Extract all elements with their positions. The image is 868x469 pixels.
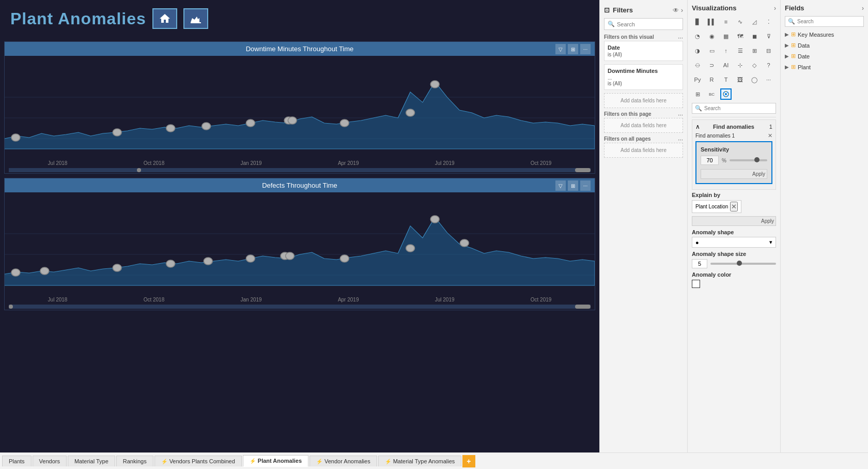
viz-search-input[interactable] — [704, 105, 773, 111]
svg-point-24 — [113, 264, 121, 271]
viz-panel-expand-btn[interactable]: › — [774, 5, 776, 12]
chart1-more-btn[interactable]: ··· — [580, 44, 591, 54]
viz-shapes[interactable]: ◯ — [749, 74, 760, 85]
filters-eye-btn[interactable]: 👁 — [673, 7, 679, 14]
viz-line-chart[interactable]: ∿ — [735, 16, 746, 27]
chart1-filter-btn[interactable]: ▽ — [555, 44, 566, 54]
sensitivity-label: Sensitivity — [701, 146, 767, 153]
on-visual-more-btn[interactable]: ··· — [678, 34, 683, 41]
viz-stacked-bar[interactable]: ▌▌ — [706, 16, 718, 27]
svg-point-6 — [113, 129, 121, 136]
explain-tag-close-btn[interactable]: ✕ — [730, 202, 738, 211]
anomaly-color-swatch[interactable] — [692, 280, 700, 288]
viz-table[interactable]: ⊞ — [749, 45, 760, 56]
viz-search-box[interactable]: 🔍 — [692, 103, 776, 114]
field-group-2: ▶ ⊞ Date — [785, 52, 864, 60]
viz-filled-map[interactable]: ◼ — [749, 31, 760, 42]
tab-vendors-plants-label: Vendors Plants Combined — [169, 458, 235, 464]
viz-100-bar[interactable]: ≡ — [720, 16, 732, 27]
tab-rankings[interactable]: Rankings — [116, 456, 153, 466]
viz-ai-visuals[interactable]: AI — [720, 59, 732, 71]
filters-search-input[interactable] — [617, 21, 679, 27]
viz-slicer[interactable]: ☰ — [735, 45, 746, 56]
field-item-3[interactable]: ▶ ⊞ Plant — [785, 63, 864, 71]
viz-treemap[interactable]: ▦ — [720, 31, 732, 42]
find-anomalies-close-btn[interactable]: ✕ — [768, 132, 772, 139]
viz-decomp-tree[interactable]: ⊹ — [735, 59, 746, 71]
downtime-filter-name: Downtime Minutes — [608, 68, 679, 74]
viz-funnel[interactable]: ⊽ — [763, 31, 774, 42]
viz-map[interactable]: 🗺 — [735, 31, 746, 42]
tab-material-type[interactable]: Material Type — [68, 456, 115, 466]
sensitivity-slider[interactable] — [730, 159, 767, 161]
find-anomalies-row: Find anomalies 1 ✕ — [695, 132, 772, 139]
viz-donut[interactable]: ◉ — [706, 31, 718, 42]
chart2-filter-btn[interactable]: ▽ — [555, 180, 566, 191]
chart2-more-btn[interactable]: ··· — [580, 180, 591, 191]
chart2-controls[interactable]: ▽ ⊞ ··· — [555, 180, 591, 191]
explain-apply-btn[interactable]: Apply — [692, 216, 776, 226]
date-filter-name: Date — [608, 44, 679, 51]
viz-more[interactable]: ··· — [763, 74, 774, 85]
downtime-filter-value: is (All) — [608, 81, 679, 86]
chart1-expand-btn[interactable]: ⊞ — [568, 44, 578, 54]
tab-vendors-plants[interactable]: ⚡ Vendors Plants Combined — [154, 456, 242, 466]
chart2-container: Defects Throughout Time ▽ ⊞ ··· — [4, 178, 595, 310]
viz-bar-chart[interactable]: ▊ — [692, 16, 703, 27]
chart2-header: Defects Throughout Time ▽ ⊞ ··· — [5, 178, 595, 192]
anomaly-size-input[interactable] — [692, 259, 707, 268]
anomaly-shape-select[interactable]: ● ▾ — [692, 237, 776, 248]
filters-expand-btn[interactable]: › — [681, 7, 683, 14]
anomaly-size-slider[interactable] — [710, 263, 776, 265]
downtime-filter[interactable]: Downtime Minutes ... is (All) — [604, 64, 683, 90]
viz-text-box[interactable]: T — [720, 74, 732, 85]
sensitivity-apply-btn[interactable]: Apply — [701, 169, 767, 179]
viz-gauge[interactable]: ◑ — [692, 45, 703, 56]
fields-search-box[interactable]: 🔍 — [785, 16, 864, 27]
viz-card[interactable]: ▭ — [706, 45, 718, 56]
add-page-filter[interactable]: Add data fields here — [604, 118, 683, 133]
viz-pie[interactable]: ◔ — [692, 31, 703, 42]
viz-image[interactable]: 🖼 — [735, 74, 746, 85]
on-all-more-btn[interactable]: ··· — [678, 136, 683, 143]
fields-panel-expand-btn[interactable]: › — [862, 5, 864, 12]
chart2-scrollbar[interactable] — [9, 305, 591, 309]
viz-matrix[interactable]: ⊟ — [763, 45, 774, 56]
chart1-scrollbar[interactable] — [9, 168, 591, 172]
field-item-2[interactable]: ▶ ⊞ Date — [785, 52, 864, 60]
tab-material-anomalies[interactable]: ⚡ Material Type Anomalies — [378, 456, 462, 466]
tab-vendor-anomalies[interactable]: ⚡ Vendor Anomalies — [309, 456, 377, 466]
tab-rankings-label: Rankings — [123, 458, 147, 464]
tab-add-btn[interactable]: + — [462, 455, 475, 467]
viz-kpi[interactable]: ↑ — [720, 45, 732, 56]
viz-area-chart[interactable]: ◿ — [749, 16, 760, 27]
tab-plant-anomalies[interactable]: ⚡ Plant Anomalies — [243, 455, 308, 467]
date-filter-value: is (All) — [608, 52, 679, 57]
viz-table2[interactable]: ⊞ — [692, 88, 703, 100]
viz-r[interactable]: R — [706, 74, 718, 85]
fields-search-input[interactable] — [797, 19, 861, 24]
field-item-0[interactable]: ▶ ⊞ Key Measures — [785, 30, 864, 39]
tab-vendors[interactable]: Vendors — [33, 456, 67, 466]
tab-plants[interactable]: Plants — [2, 456, 32, 466]
viz-anomaly-selected[interactable] — [720, 88, 732, 100]
field-group-1: ▶ ⊞ Data — [785, 41, 864, 50]
viz-ribbon[interactable]: ⊃ — [706, 59, 718, 71]
viz-waterfall[interactable]: ⦵ — [692, 59, 703, 71]
viz-scatter[interactable]: ⁚ — [763, 16, 774, 27]
find-anomalies-chevron: ∧ — [695, 123, 700, 130]
viz-key-influencers[interactable]: ◇ — [749, 59, 760, 71]
date-filter[interactable]: Date is (All) — [604, 41, 683, 61]
chart2-expand-btn[interactable]: ⊞ — [568, 180, 578, 191]
viz-qna[interactable]: ? — [763, 59, 774, 71]
chart1-x1: Oct 2018 — [144, 160, 165, 166]
chart1-controls[interactable]: ▽ ⊞ ··· — [555, 44, 591, 54]
viz-bc[interactable]: BC — [706, 88, 718, 100]
on-page-more-btn[interactable]: ··· — [678, 111, 683, 118]
viz-py[interactable]: Py — [692, 74, 703, 85]
add-all-filter[interactable]: Add data fields here — [604, 143, 683, 158]
field-item-1[interactable]: ▶ ⊞ Data — [785, 41, 864, 50]
filters-search-box[interactable]: 🔍 — [604, 18, 683, 30]
sensitivity-value-input[interactable] — [701, 156, 719, 165]
add-visual-filter[interactable]: Add data fields here — [604, 93, 683, 108]
